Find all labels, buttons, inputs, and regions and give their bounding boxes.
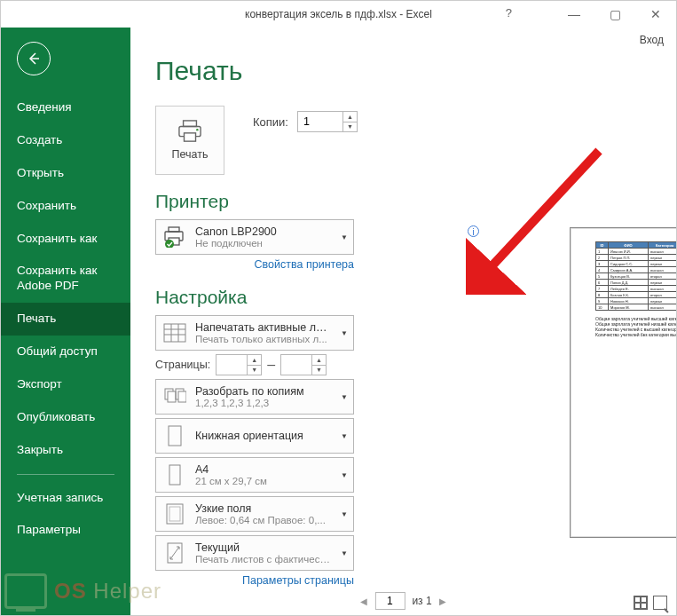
close-button[interactable]: ✕ (635, 1, 676, 28)
svg-rect-10 (168, 391, 176, 402)
sidebar-item-close[interactable]: Закрыть (1, 434, 130, 467)
page-setup-link[interactable]: Параметры страницы (155, 574, 354, 587)
collate-icon (161, 383, 188, 410)
sidebar-item-account[interactable]: Учетная запись (1, 482, 130, 515)
chevron-down-icon: ▼ (341, 549, 348, 557)
copies-spinner[interactable]: ▲▼ (297, 111, 358, 132)
arrow-left-icon (27, 51, 41, 66)
titlebar: ? конвертация эксель в пдф.xlsx - Excel … (1, 1, 676, 28)
print-what-line2: Печать только активных л... (195, 334, 330, 344)
help-icon[interactable]: ? (506, 6, 512, 20)
prev-page-button[interactable]: ◀ (360, 596, 367, 606)
copies-label: Копии: (253, 115, 288, 129)
svg-rect-14 (169, 465, 180, 485)
watermark: OS Helper (4, 573, 161, 609)
portrait-icon (161, 423, 188, 449)
print-preview: IDФИОКатегорияПредметКабинетПремия 1Иван… (530, 81, 665, 580)
printer-properties-link[interactable]: Свойства принтера (155, 258, 354, 271)
chevron-down-icon: ▼ (341, 432, 348, 440)
svg-rect-0 (184, 121, 197, 127)
svg-rect-13 (169, 426, 181, 446)
chevron-down-icon: ▼ (341, 471, 348, 479)
svg-rect-16 (169, 507, 180, 521)
print-what-line1: Напечатать активные листы (195, 321, 330, 334)
scale-dropdown[interactable]: ТекущийПечать листов с фактическ... ▼ (155, 535, 354, 571)
print-button-label: Печать (172, 148, 209, 161)
sidebar-item-options[interactable]: Параметры (1, 514, 130, 547)
svg-rect-2 (185, 133, 196, 141)
print-button[interactable]: Печать (155, 106, 224, 175)
svg-rect-5 (169, 227, 179, 232)
chevron-down-icon: ▼ (341, 233, 348, 241)
sidebar-item-open[interactable]: Открыть (1, 157, 130, 190)
sidebar-item-saveas-pdf[interactable]: Сохранить как Adobe PDF (1, 255, 130, 303)
sidebar-item-save[interactable]: Сохранить (1, 190, 130, 223)
orientation-dropdown[interactable]: Книжная ориентация ▼ (155, 418, 354, 454)
printer-status-icon (161, 224, 188, 250)
pages-to-spinner[interactable]: ▲▼ (280, 354, 327, 375)
sidebar-item-new[interactable]: Создать (1, 124, 130, 157)
maximize-button[interactable]: ▢ (594, 1, 635, 28)
monitor-icon (4, 573, 47, 609)
printer-icon (177, 120, 203, 143)
sidebar-item-info[interactable]: Сведения (1, 91, 130, 124)
show-margins-button[interactable] (634, 596, 648, 610)
sheets-icon (161, 320, 188, 346)
paper-dropdown[interactable]: A421 см x 29,7 см ▼ (155, 457, 354, 493)
preview-table: IDФИОКатегорияПредметКабинетПремия 1Иван… (595, 241, 676, 311)
preview-summary: Общая зарплата учителей высшей категории… (595, 316, 676, 337)
chevron-down-icon[interactable]: ▼ (343, 122, 357, 132)
sidebar-item-share[interactable]: Общий доступ (1, 336, 130, 368)
sidebar-item-saveas[interactable]: Сохранить как (1, 223, 130, 256)
margins-dropdown[interactable]: Узкие поляЛевое: 0,64 см Правое: 0,... ▼ (155, 496, 354, 532)
page-icon (161, 462, 188, 488)
sidebar-item-print[interactable]: Печать (1, 303, 130, 336)
printer-dropdown[interactable]: Canon LBP2900 Не подключен ▼ (155, 219, 354, 255)
sidebar-item-publish[interactable]: Опубликовать (1, 401, 130, 434)
zoom-to-page-button[interactable] (653, 596, 667, 610)
backstage-sidebar: Сведения Создать Открыть Сохранить Сохра… (1, 28, 130, 615)
back-button[interactable] (17, 42, 51, 75)
pages-from-spinner[interactable]: ▲▼ (216, 354, 262, 375)
margins-icon (161, 501, 188, 527)
scale-icon (161, 540, 188, 566)
preview-pager: ◀ 1 из 1 ▶ (360, 592, 445, 610)
info-icon[interactable]: i (468, 225, 479, 237)
page-total-label: из 1 (412, 595, 431, 607)
minimize-button[interactable]: — (554, 1, 594, 28)
print-what-dropdown[interactable]: Напечатать активные листы Печать только … (155, 315, 354, 351)
pages-label: Страницы: (155, 359, 210, 371)
sidebar-item-export[interactable]: Экспорт (1, 368, 130, 401)
svg-rect-8 (164, 324, 185, 342)
pages-to-input[interactable] (281, 355, 311, 375)
chevron-down-icon: ▼ (341, 510, 348, 518)
collate-dropdown[interactable]: Разобрать по копиям1,2,3 1,2,3 1,2,3 ▼ (155, 379, 354, 415)
copies-input[interactable] (298, 112, 342, 131)
preview-page: IDФИОКатегорияПредметКабинетПремия 1Иван… (570, 227, 676, 538)
chevron-down-icon: ▼ (341, 393, 348, 401)
pages-from-input[interactable] (216, 355, 247, 375)
next-page-button[interactable]: ▶ (439, 596, 446, 606)
page-number-input[interactable]: 1 (374, 592, 405, 610)
svg-rect-12 (178, 391, 186, 402)
printer-name: Canon LBP2900 (195, 225, 330, 238)
window-title: конвертация эксель в пдф.xlsx - Excel (245, 8, 432, 20)
chevron-down-icon: ▼ (341, 329, 348, 337)
print-backstage: Печать Печать Копии: ▲▼ i Принтер (130, 28, 676, 615)
chevron-up-icon[interactable]: ▲ (343, 112, 357, 122)
printer-status: Не подключен (195, 238, 330, 249)
svg-point-3 (196, 129, 198, 130)
